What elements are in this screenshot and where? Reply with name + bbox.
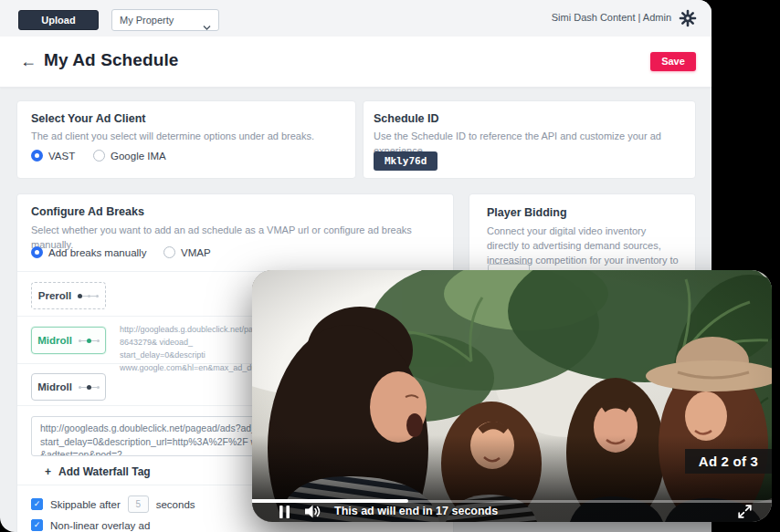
property-select[interactable]: My Property: [111, 9, 219, 31]
add-waterfall-tag-button[interactable]: +Add Waterfall Tag: [45, 465, 151, 478]
midroll-label: Midroll: [37, 335, 72, 346]
overlay-checkbox-row[interactable]: ✓ Non-linear overlay ad: [31, 519, 150, 531]
skippable-seconds-input[interactable]: 5: [128, 495, 149, 513]
check-icon: ✓: [34, 500, 41, 508]
progress-bar[interactable]: [252, 500, 772, 503]
volume-button[interactable]: [305, 505, 321, 518]
radio-dot: [31, 150, 43, 162]
ad-video-player: Ad 2 of 3 This ad will end in 17 seconds: [252, 270, 772, 522]
schedule-id-card: Schedule ID Use the Schedule ID to refer…: [363, 100, 696, 179]
schedule-id-title: Schedule ID: [374, 112, 439, 125]
ad-counter-badge: Ad 2 of 3: [685, 449, 772, 474]
account-text: Simi Dash Content | Admin: [552, 12, 671, 23]
radio-vmap[interactable]: VMAP: [163, 246, 211, 258]
property-select-value: My Property: [120, 15, 174, 26]
timeline-start-icon: [78, 294, 99, 298]
radio-dot: [163, 246, 175, 258]
gear-icon[interactable]: [679, 9, 697, 27]
preroll-break-button[interactable]: Preroll: [31, 282, 106, 309]
radio-dot: [93, 150, 105, 162]
plus-icon: +: [45, 465, 51, 478]
skippable-checkbox-row[interactable]: ✓ Skippable after 5 seconds: [31, 495, 195, 513]
midroll-break-button[interactable]: Midroll: [31, 373, 106, 401]
skippable-label: Skippable after: [50, 499, 121, 510]
chevron-down-icon: [203, 17, 211, 37]
ad-client-description: The ad client you select will determine …: [31, 130, 314, 144]
radio-manual-label: Add breaks manually: [48, 247, 146, 258]
progress-played: [252, 499, 408, 503]
radio-vmap-label: VMAP: [181, 247, 211, 258]
schedule-id-badge: Mkly76d: [374, 151, 437, 171]
ad-client-card: Select Your Ad Client The ad client you …: [16, 100, 356, 179]
radio-dot: [31, 246, 43, 258]
ad-client-title: Select Your Ad Client: [31, 112, 146, 125]
ad-countdown-text: This ad will end in 17 seconds: [334, 505, 498, 517]
radio-vast-label: VAST: [48, 151, 75, 162]
midroll-label: Midroll: [37, 381, 72, 392]
seconds-label: seconds: [156, 499, 195, 510]
back-arrow-icon[interactable]: ←: [20, 51, 37, 71]
midroll-break-button-active[interactable]: Midroll: [31, 327, 106, 354]
radio-google-ima[interactable]: Google IMA: [93, 150, 166, 162]
timeline-mid-icon: [79, 339, 100, 343]
player-bidding-title: Player Bidding: [487, 206, 567, 219]
topbar: Upload My Property Simi Dash Content | A…: [0, 0, 711, 37]
overlay-checkbox[interactable]: ✓: [31, 519, 43, 531]
page-title: My Ad Schedule: [44, 50, 178, 70]
ad-breaks-title: Configure Ad Breaks: [31, 205, 144, 218]
radio-vast[interactable]: VAST: [31, 150, 75, 162]
check-icon: ✓: [34, 521, 41, 529]
add-waterfall-tag-label: Add Waterfall Tag: [58, 465, 151, 478]
page-header: ← My Ad Schedule Save: [0, 37, 711, 88]
preroll-label: Preroll: [38, 290, 71, 301]
upload-button[interactable]: Upload: [18, 10, 99, 30]
save-button[interactable]: Save: [650, 52, 696, 71]
overlay-label: Non-linear overlay ad: [50, 520, 150, 531]
timeline-mid-icon: [79, 385, 100, 390]
skippable-checkbox[interactable]: ✓: [31, 498, 43, 510]
fullscreen-button[interactable]: [738, 505, 752, 518]
radio-google-ima-label: Google IMA: [111, 151, 166, 162]
pause-button[interactable]: [279, 506, 290, 518]
radio-add-breaks-manually[interactable]: Add breaks manually: [31, 246, 146, 258]
